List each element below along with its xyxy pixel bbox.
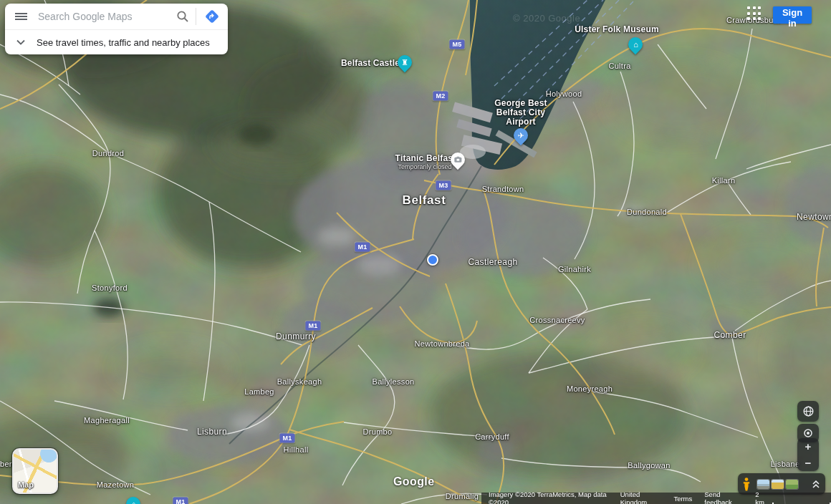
- travel-times-row[interactable]: See travel times, traffic and nearby pla…: [5, 29, 228, 54]
- pegman-icon[interactable]: [742, 478, 751, 491]
- attribution-bar: Imagery ©2020 TerraMetrics, Map data ©20…: [481, 493, 831, 504]
- directions-button[interactable]: [196, 4, 228, 29]
- chevron-down-icon: [5, 39, 37, 45]
- hamburger-icon: [15, 11, 27, 21]
- google-apps-button[interactable]: [746, 6, 762, 21]
- menu-button[interactable]: [5, 4, 37, 29]
- imagery-thumb-3[interactable]: [786, 480, 798, 489]
- map-watermark: © 2020 Google: [513, 13, 580, 24]
- target-icon: [802, 427, 814, 439]
- travel-times-label: See travel times, traffic and nearby pla…: [37, 37, 210, 48]
- google-logo: Google: [393, 475, 435, 488]
- terms-link[interactable]: Terms: [673, 495, 692, 503]
- map-toggle-label: Map: [18, 480, 34, 489]
- google-maps-app: CrawfordsburnUlster Folk MuseumCultraBel…: [0, 0, 831, 504]
- satellite-map[interactable]: [0, 0, 831, 504]
- send-feedback-link[interactable]: Send feedback: [704, 490, 743, 504]
- scale-label: 2 km: [755, 490, 769, 504]
- imagery-attribution: Imagery ©2020 TerraMetrics, Map data ©20…: [489, 490, 608, 504]
- sign-in-button[interactable]: Sign in: [773, 6, 812, 24]
- imagery-thumb-2[interactable]: [772, 480, 784, 489]
- search-bar: [5, 4, 228, 29]
- search-card: See travel times, traffic and nearby pla…: [5, 4, 228, 54]
- globe-view-button[interactable]: [797, 401, 819, 422]
- map-scale: 2 km: [755, 490, 831, 504]
- double-chevron-up-icon: [811, 479, 821, 490]
- zoom-out-button[interactable]: −: [797, 455, 819, 471]
- collapse-imagery-button[interactable]: [811, 479, 821, 490]
- map-satellite-toggle[interactable]: Map: [12, 448, 58, 494]
- magnifier-icon: [176, 10, 189, 23]
- imagery-thumb-1[interactable]: [757, 480, 769, 489]
- globe-icon: [802, 405, 815, 417]
- zoom-in-button[interactable]: +: [797, 438, 819, 455]
- region-label: United Kingdom: [620, 490, 662, 504]
- directions-icon: [204, 9, 220, 24]
- zoom-controls: + −: [797, 438, 819, 471]
- search-input[interactable]: [37, 10, 170, 23]
- search-button[interactable]: [170, 4, 196, 29]
